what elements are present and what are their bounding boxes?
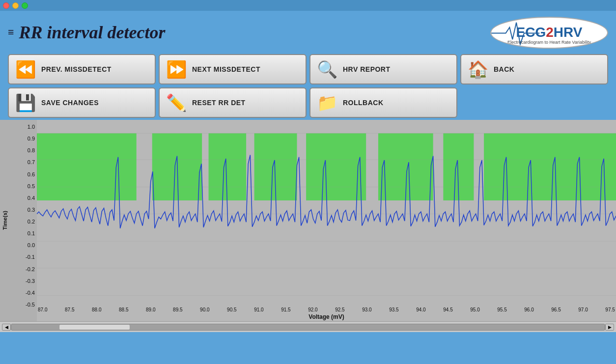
- prev-missdetect-label: PREV. MISSDETECT: [41, 65, 112, 73]
- y-tick: 0.1: [28, 230, 35, 236]
- app-title-text: RR interval detector: [19, 22, 166, 43]
- logo-hrv-text: HRV: [554, 25, 583, 40]
- logo-ecg-text: ECG: [516, 25, 546, 40]
- x-tick: 94.0: [416, 307, 425, 312]
- x-tick: 87.0: [38, 307, 47, 312]
- svg-rect-1: [37, 133, 137, 200]
- x-tick: 93.5: [389, 307, 398, 312]
- hrv-report-button[interactable]: 🔍 HRV REPORT: [309, 54, 457, 84]
- logo-num-text: 2: [546, 25, 554, 40]
- hrv-report-label: HRV REPORT: [343, 65, 391, 73]
- y-tick: -0.5: [26, 302, 35, 308]
- x-tick: 95.0: [470, 307, 479, 312]
- y-tick: -0.2: [26, 266, 35, 272]
- rollback-label: ROLLBACK: [343, 99, 384, 107]
- save-changes-label: SAVE CHANGES: [41, 99, 99, 107]
- y-tick: -0.3: [26, 278, 35, 284]
- svg-rect-8: [484, 133, 616, 200]
- x-tick: 88.0: [92, 307, 101, 312]
- x-tick: 88.5: [119, 307, 128, 312]
- minimize-button[interactable]: [12, 2, 19, 9]
- x-tick: 94.5: [443, 307, 452, 312]
- reset-rr-det-label: RESET RR DET: [192, 99, 246, 107]
- y-tick: 0.0: [28, 242, 35, 248]
- scroll-right-button[interactable]: ▶: [605, 324, 614, 331]
- x-tick: 91.5: [281, 307, 290, 312]
- x-tick: 92.0: [308, 307, 317, 312]
- back-icon: 🏠: [467, 59, 489, 79]
- app-title: ≡ RR interval detector: [8, 22, 166, 43]
- scroll-left-button[interactable]: ◀: [2, 324, 11, 331]
- x-tick: 97.0: [578, 307, 588, 312]
- x-tick: 87.5: [65, 307, 74, 312]
- y-tick: 0.2: [28, 219, 35, 224]
- y-axis-title: Time(s): [0, 120, 10, 321]
- y-tick: 0.6: [28, 171, 35, 177]
- scrollbar-area: ◀ ▶: [0, 321, 616, 332]
- prev-icon: ⏪: [15, 59, 36, 79]
- x-tick: 96.0: [524, 307, 533, 312]
- reset-rr-det-button[interactable]: ✏️ RESET RR DET: [159, 87, 307, 118]
- x-tick: 95.5: [497, 307, 506, 312]
- close-button[interactable]: [3, 2, 9, 9]
- app-title-icon: ≡: [8, 26, 14, 39]
- back-label: BACK: [494, 65, 514, 73]
- y-axis: 1.0 0.9 0.8 0.7 0.6 0.5 0.4 0.3 0.2 0.1 …: [10, 120, 37, 321]
- x-axis-label: Voltage (mV): [308, 313, 344, 320]
- save-changes-button[interactable]: 💾 SAVE CHANGES: [8, 87, 156, 118]
- y-tick: -0.4: [26, 290, 35, 296]
- rollback-button[interactable]: 📁 ROLLBACK: [309, 87, 457, 118]
- y-tick: 0.3: [28, 207, 35, 213]
- header: ≡ RR interval detector ECG 2 HRV Electro…: [0, 11, 616, 54]
- next-missdetect-label: NEXT MISSDETECT: [192, 65, 260, 73]
- y-tick: 0.4: [28, 195, 35, 201]
- scrollbar-thumb[interactable]: [59, 324, 130, 330]
- maximize-button[interactable]: [22, 2, 28, 9]
- y-tick: 0.5: [28, 183, 35, 189]
- chart-main[interactable]: 87.0 87.5 88.0 88.5 89.0 89.5 90.0 90.5 …: [37, 120, 616, 321]
- x-tick: 96.5: [551, 307, 560, 312]
- prev-missdetect-button[interactable]: ⏪ PREV. MISSDETECT: [8, 54, 156, 84]
- y-tick: 0.7: [28, 159, 35, 165]
- save-icon: 💾: [15, 93, 36, 112]
- x-tick: 91.0: [254, 307, 263, 312]
- svg-rect-3: [209, 133, 247, 200]
- x-tick: 89.5: [173, 307, 182, 312]
- report-icon: 🔍: [316, 59, 338, 79]
- y-tick: -0.1: [26, 254, 35, 260]
- logo-subtext: Electrocardiogram to Heart Rate Variabil…: [507, 40, 591, 45]
- x-tick: 93.0: [362, 307, 371, 312]
- logo: ECG 2 HRV Electrocardiogram to Heart Rat…: [490, 17, 608, 49]
- y-tick: 0.8: [28, 147, 35, 153]
- x-tick: 90.0: [200, 307, 209, 312]
- y-tick: 0.9: [28, 136, 35, 141]
- y-tick: 1.0: [28, 124, 35, 130]
- x-tick: 90.5: [227, 307, 236, 312]
- reset-icon: ✏️: [166, 93, 187, 112]
- next-missdetect-button[interactable]: ⏩ NEXT MISSDETECT: [159, 54, 307, 84]
- back-button[interactable]: 🏠 BACK: [460, 54, 608, 84]
- x-tick: 89.0: [146, 307, 155, 312]
- rollback-icon: 📁: [316, 93, 338, 112]
- x-tick: 92.5: [335, 307, 344, 312]
- title-bar: [0, 0, 616, 11]
- next-icon: ⏩: [166, 59, 187, 79]
- scrollbar-track[interactable]: [11, 324, 605, 331]
- x-tick: 97.5: [605, 307, 615, 312]
- chart-container: Time(s) 1.0 0.9 0.8 0.7 0.6 0.5 0.4 0.3 …: [0, 120, 616, 321]
